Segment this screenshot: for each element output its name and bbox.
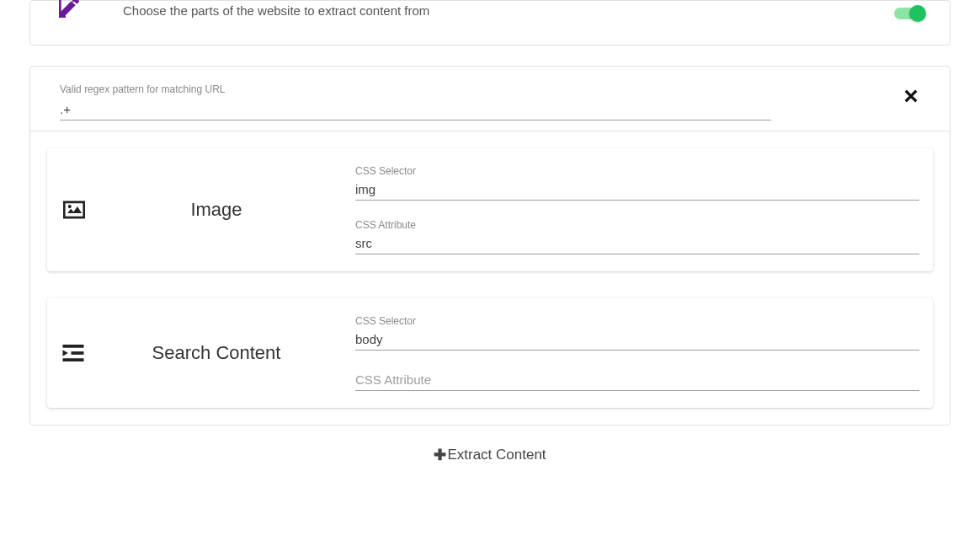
- image-icon: [61, 199, 111, 221]
- extraction-rules-card: Valid regex pattern for matching URL Ima…: [29, 66, 951, 426]
- edit-icon: [56, 0, 83, 24]
- plus-icon: ✚: [434, 446, 446, 464]
- css-attribute-input[interactable]: [355, 369, 919, 391]
- svg-rect-2: [72, 351, 84, 355]
- extract-content-button[interactable]: ✚Extract Content: [434, 446, 546, 464]
- css-selector-input[interactable]: [355, 329, 919, 351]
- section-title: Image: [111, 199, 355, 221]
- enable-manual-extraction-card: Enable Manual Extraction Choose the part…: [29, 0, 951, 46]
- enable-toggle[interactable]: [894, 8, 924, 19]
- css-selector-label: CSS Selector: [355, 315, 919, 327]
- svg-point-0: [68, 205, 72, 208]
- css-attribute-input[interactable]: [355, 233, 919, 254]
- extraction-section-image: Image CSS Selector CSS Attribute: [47, 148, 933, 271]
- css-attribute-label: CSS Attribute: [355, 219, 919, 231]
- extraction-section-search-content: Search Content CSS Selector: [47, 298, 933, 408]
- regex-input[interactable]: [60, 99, 771, 120]
- css-selector-label: CSS Selector: [355, 165, 919, 177]
- svg-rect-3: [63, 358, 84, 361]
- css-selector-input[interactable]: [355, 179, 919, 201]
- close-icon: [902, 87, 920, 105]
- close-button[interactable]: [902, 87, 920, 109]
- svg-rect-1: [63, 345, 84, 348]
- section-title: Search Content: [111, 342, 355, 364]
- regex-label: Valid regex pattern for matching URL: [60, 83, 920, 95]
- extract-label: Extract Content: [447, 447, 546, 463]
- indent-icon: [61, 342, 111, 364]
- toggle-knob: [909, 5, 926, 22]
- card-subtitle: Choose the parts of the website to extra…: [123, 3, 924, 18]
